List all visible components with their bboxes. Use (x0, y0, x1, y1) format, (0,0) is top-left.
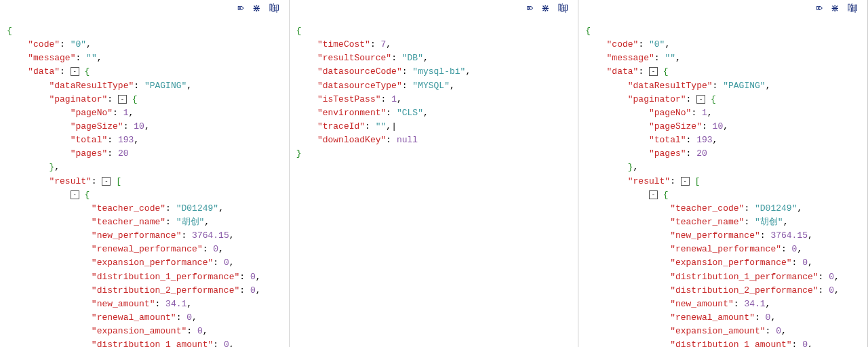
collapse-icon[interactable]: - (102, 177, 111, 186)
text-cursor: | (391, 121, 397, 131)
cjk-icon[interactable]: 啣 (269, 4, 279, 14)
cjk-icon[interactable]: 啣 (848, 4, 858, 14)
json-viewer-panel-2: ⌦ ⋇ 啣 { "timeCost": 7, "resultSource": "… (290, 0, 579, 347)
collapse-icon[interactable]: - (696, 95, 705, 104)
collapse-icon[interactable]: - (649, 67, 658, 76)
collapse-icon[interactable]: - (649, 190, 658, 199)
json-viewer-panel-1: ⌦ ⋇ 啣 { "code": "0", "message": "", "dat… (0, 0, 290, 347)
brush-icon[interactable]: ⌦ (527, 4, 533, 14)
json-viewer-panel-3: ⌦ ⋇ 啣 { "code": "0", "message": "", "dat… (578, 0, 868, 347)
collapse-icon[interactable]: - (71, 67, 79, 76)
collapse-icon[interactable]: - (71, 190, 79, 199)
brush-icon[interactable]: ⌦ (816, 4, 823, 14)
json-body[interactable]: { "code": "0", "message": "", "data": - … (7, 24, 286, 347)
json-body[interactable]: { "timeCost": 7, "resultSource": "DB", "… (296, 24, 576, 347)
collapse-icon[interactable]: - (118, 95, 127, 104)
spark-icon[interactable]: ⋇ (541, 4, 550, 14)
toolbar: ⌦ ⋇ 啣 (527, 4, 568, 14)
json-body[interactable]: { "code": "0", "message": "", "data": - … (585, 24, 865, 347)
collapse-icon[interactable]: - (681, 177, 690, 186)
spark-icon[interactable]: ⋇ (252, 4, 261, 14)
spark-icon[interactable]: ⋇ (831, 4, 840, 14)
toolbar: ⌦ ⋇ 啣 (238, 4, 279, 14)
toolbar: ⌦ ⋇ 啣 (816, 4, 858, 14)
brush-icon[interactable]: ⌦ (238, 4, 244, 14)
cjk-icon[interactable]: 啣 (558, 4, 568, 14)
